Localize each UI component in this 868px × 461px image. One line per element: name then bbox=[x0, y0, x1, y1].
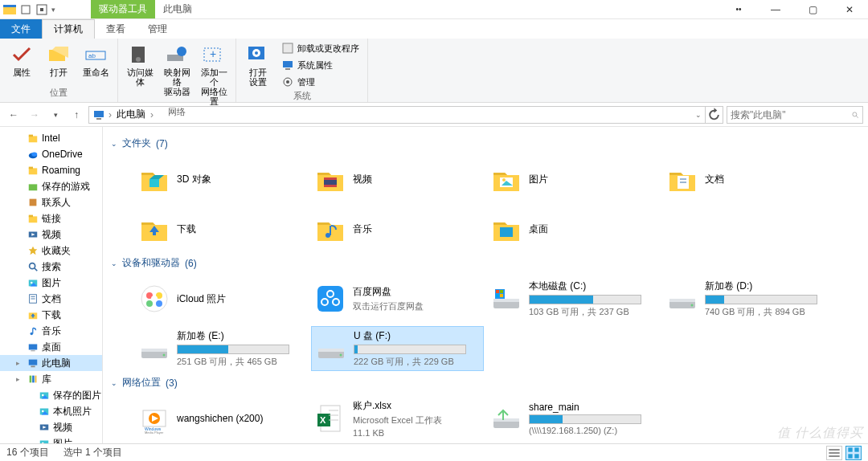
svg-rect-70 bbox=[149, 179, 159, 187]
tree-item[interactable]: 保存的游戏 bbox=[0, 178, 102, 194]
content-item[interactable]: 视频 bbox=[311, 157, 484, 202]
content-item[interactable]: X账户.xlsxMicrosoft Excel 工作表11.1 KB bbox=[311, 396, 484, 441]
refresh-button[interactable] bbox=[706, 106, 723, 124]
close-button[interactable]: ✕ bbox=[831, 0, 868, 19]
content-item[interactable]: share_main(\\\\192.168.1.250) (Z:) bbox=[487, 396, 660, 441]
open-button[interactable]: 打开 bbox=[42, 40, 76, 77]
svg-point-63 bbox=[42, 410, 44, 413]
uninstall-button[interactable]: 卸载或更改程序 bbox=[278, 40, 362, 56]
content-item[interactable]: 本地磁盘 (C:)103 GB 可用，共 237 GB bbox=[487, 276, 660, 321]
content-item[interactable]: U 盘 (F:)222 GB 可用，共 229 GB bbox=[311, 326, 484, 371]
tree-item[interactable]: 收藏夹 bbox=[0, 243, 102, 259]
group-header-devices[interactable]: ⌄ 设备和驱动器 (6) bbox=[111, 256, 860, 270]
address-dropdown-icon[interactable]: ⌄ bbox=[695, 111, 702, 119]
item-name: 账户.xlsx bbox=[353, 399, 481, 413]
tree-item[interactable]: 图片 bbox=[0, 275, 102, 291]
properties-button[interactable]: 属性 bbox=[5, 40, 39, 77]
svg-point-21 bbox=[286, 80, 289, 84]
tab-manage[interactable]: 管理 bbox=[137, 19, 178, 39]
tree-item[interactable]: 保存的图片 bbox=[0, 387, 102, 403]
svg-rect-34 bbox=[29, 216, 38, 222]
access-media-button[interactable]: 访问媒体 bbox=[123, 40, 157, 87]
content-item[interactable]: iCloud 照片 bbox=[135, 276, 308, 321]
chevron-down-icon[interactable]: ⌄ bbox=[111, 140, 117, 148]
tree-item[interactable]: 本机照片 bbox=[0, 403, 102, 419]
settings-icon[interactable] bbox=[35, 3, 48, 16]
recent-dropdown[interactable]: ▾ bbox=[47, 106, 64, 124]
content-item[interactable]: 下载 bbox=[135, 206, 308, 251]
content-item[interactable]: 音乐 bbox=[311, 206, 484, 251]
content-item[interactable]: 图片 bbox=[487, 157, 660, 202]
svg-rect-57 bbox=[32, 376, 35, 383]
tree-item-label: 此电脑 bbox=[42, 357, 71, 370]
search-input[interactable] bbox=[731, 109, 851, 120]
tree-item[interactable]: 链接 bbox=[0, 210, 102, 226]
search-icon[interactable] bbox=[851, 109, 859, 120]
nav-tree[interactable]: IntelOneDriveRoaming保存的游戏联系人链接视频收藏夹搜索图片文… bbox=[0, 127, 103, 448]
view-details-button[interactable] bbox=[826, 446, 842, 460]
group-header-network[interactable]: ⌄ 网络位置 (3) bbox=[111, 376, 860, 390]
tree-item[interactable]: 下载 bbox=[0, 307, 102, 323]
content-pane[interactable]: ⌄ 文件夹 (7) 3D 对象视频图片文档下载音乐桌面 ⌄ 设备和驱动器 (6)… bbox=[103, 127, 868, 448]
tree-item[interactable]: OneDrive bbox=[0, 146, 102, 162]
tab-computer[interactable]: 计算机 bbox=[42, 19, 95, 39]
drive-icon bbox=[666, 283, 698, 315]
tree-item[interactable]: Intel bbox=[0, 130, 102, 146]
tree-item[interactable]: ▸库 bbox=[0, 371, 102, 387]
ribbon-minimize-icon[interactable]: •• bbox=[720, 0, 757, 19]
breadcrumb-item[interactable]: 此电脑 bbox=[115, 108, 147, 121]
group-header-folders[interactable]: ⌄ 文件夹 (7) bbox=[111, 137, 860, 150]
chevron-down-icon[interactable]: ⌄ bbox=[111, 259, 117, 267]
tree-item[interactable]: 搜索 bbox=[0, 259, 102, 275]
tab-file[interactable]: 文件 bbox=[0, 19, 42, 39]
minimize-button[interactable]: — bbox=[757, 0, 794, 19]
item-subtitle: (\\\\192.168.1.250) (Z:) bbox=[529, 426, 657, 435]
tab-view[interactable]: 查看 bbox=[95, 19, 137, 39]
search-box[interactable] bbox=[727, 106, 863, 124]
address-bar[interactable]: › 此电脑 › ⌄ bbox=[88, 106, 706, 124]
content-item[interactable]: 3D 对象 bbox=[135, 157, 308, 202]
forward-button[interactable]: → bbox=[26, 106, 43, 124]
content-item[interactable]: 新加卷 (D:)740 GB 可用，共 894 GB bbox=[663, 276, 836, 321]
view-tiles-button[interactable] bbox=[845, 446, 862, 460]
manage-button[interactable]: 管理 bbox=[278, 74, 362, 90]
content-item[interactable]: 文档 bbox=[663, 157, 836, 202]
map-drive-button[interactable]: 映射网络 驱动器 bbox=[160, 40, 194, 96]
crumb-sep[interactable]: › bbox=[150, 109, 154, 120]
tree-item[interactable]: Roaming bbox=[0, 162, 102, 178]
content-item[interactable]: 百度网盘双击运行百度网盘 bbox=[311, 276, 484, 321]
back-button[interactable]: ← bbox=[5, 106, 23, 124]
rename-button[interactable]: ab 重命名 bbox=[79, 40, 113, 77]
contextual-tab[interactable]: 驱动器工具 bbox=[91, 0, 155, 18]
svg-rect-33 bbox=[30, 199, 37, 206]
baidu-icon bbox=[314, 283, 346, 315]
chevron-down-icon[interactable]: ⌄ bbox=[111, 379, 117, 387]
content-item[interactable]: WindowsMedia Playerwangshichen (x200) bbox=[135, 396, 308, 441]
crumb-sep[interactable]: › bbox=[108, 109, 112, 120]
3d-icon bbox=[138, 163, 170, 195]
qat-dropdown-icon[interactable]: ▾ bbox=[51, 6, 55, 14]
expand-icon[interactable]: ▸ bbox=[16, 375, 24, 383]
content-item[interactable]: 桌面 bbox=[487, 206, 660, 251]
system-properties-button[interactable]: 系统属性 bbox=[278, 57, 362, 73]
expand-icon[interactable]: ▸ bbox=[16, 359, 24, 367]
onedrive-icon bbox=[27, 149, 39, 160]
tree-item[interactable]: 视频 bbox=[0, 419, 102, 435]
item-name: share_main bbox=[529, 402, 657, 413]
up-button[interactable]: ↑ bbox=[68, 106, 85, 124]
tree-item[interactable]: 文档 bbox=[0, 291, 102, 307]
tree-item-label: 保存的图片 bbox=[53, 389, 101, 402]
tree-item[interactable]: 联系人 bbox=[0, 194, 102, 210]
content-item[interactable]: 新加卷 (E:)251 GB 可用，共 465 GB bbox=[135, 326, 308, 371]
pin-icon[interactable] bbox=[19, 3, 32, 16]
tree-item[interactable]: ▸此电脑 bbox=[0, 355, 102, 371]
maximize-button[interactable]: ▢ bbox=[794, 0, 831, 19]
tree-item[interactable]: 桌面 bbox=[0, 339, 102, 355]
add-location-button[interactable]: + 添加一个 网络位置 bbox=[197, 40, 231, 106]
open-settings-button[interactable]: 打开 设置 bbox=[241, 40, 275, 87]
tree-item[interactable]: 视频 bbox=[0, 226, 102, 243]
svg-rect-31 bbox=[29, 167, 33, 169]
tree-item[interactable]: 音乐 bbox=[0, 323, 102, 339]
uninstall-icon bbox=[281, 42, 294, 55]
usage-bar bbox=[177, 345, 289, 354]
